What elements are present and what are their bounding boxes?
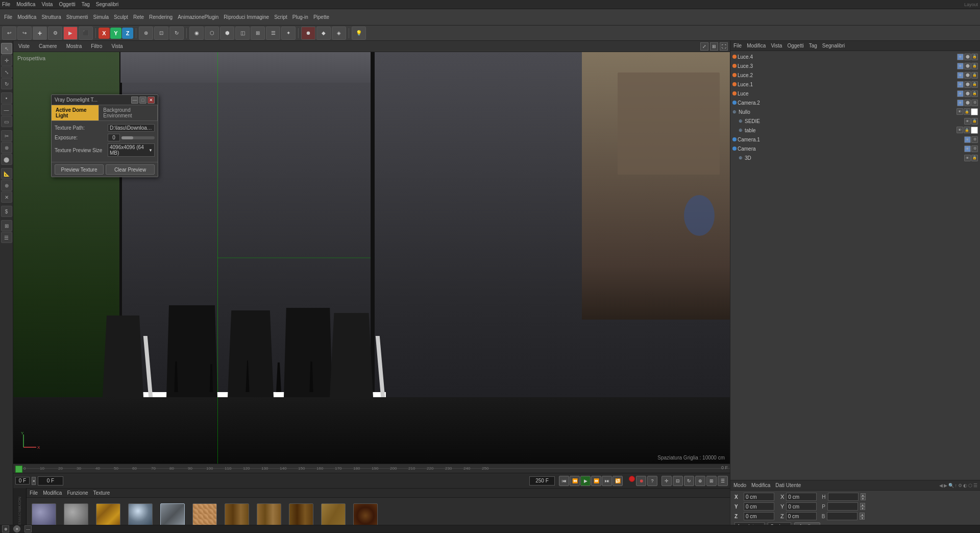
menu-modifica[interactable]: Modifica bbox=[16, 2, 35, 7]
camera2-vis-eye[interactable]: 👁 bbox=[957, 100, 964, 106]
tool-grid[interactable]: ⊞ bbox=[1, 220, 12, 231]
texture-path-value[interactable]: D:\lasu\Downloads\teatro_massimi bbox=[108, 124, 155, 132]
luce4-vis-render[interactable]: ⬤ bbox=[964, 54, 971, 60]
goto-start-button[interactable]: ⏮ bbox=[559, 476, 569, 486]
preview-texture-button[interactable]: Preview Texture bbox=[55, 164, 104, 175]
b-dn[interactable]: ▼ bbox=[860, 516, 865, 520]
x-input[interactable] bbox=[744, 493, 774, 501]
add-track-button[interactable]: ✛ bbox=[662, 476, 672, 486]
scene-item-table[interactable]: ⊕ table 👁 🔒 bbox=[730, 126, 980, 135]
scene-item-luce4[interactable]: Luce.4 👁 ⬤ 🔒 bbox=[730, 52, 980, 61]
render2-button[interactable]: ⬛ bbox=[79, 27, 93, 40]
y-rot-input[interactable] bbox=[786, 502, 817, 511]
track-button-6[interactable]: ☰ bbox=[718, 476, 728, 486]
tb-menu-pipette[interactable]: Pipette bbox=[311, 14, 331, 20]
p-input[interactable] bbox=[827, 502, 858, 511]
props-menu-dati[interactable]: Dati Utente bbox=[775, 482, 801, 488]
redo-button[interactable]: ↪ bbox=[17, 27, 32, 40]
table-vis-lock[interactable]: 🔒 bbox=[964, 127, 970, 133]
tb-menu-struttura[interactable]: Struttura bbox=[39, 14, 63, 20]
scene-item-3d[interactable]: ⊕ 3D 👁 🔒 bbox=[730, 153, 980, 162]
status-icon-2[interactable]: ✕ bbox=[13, 525, 20, 532]
props-nav-8[interactable]: ☰ bbox=[973, 483, 977, 488]
exposure-input[interactable] bbox=[108, 134, 120, 141]
tool-poly[interactable]: ▭ bbox=[1, 116, 12, 127]
tool-measure[interactable]: 📐 bbox=[1, 168, 12, 179]
dialog-close-button[interactable]: ✕ bbox=[148, 96, 155, 104]
tool-move[interactable]: ✛ bbox=[1, 55, 12, 66]
props-nav-prev[interactable]: ◀ bbox=[939, 483, 943, 488]
tb-menu-rete[interactable]: Rete bbox=[131, 14, 146, 20]
vray-tab-active-dome[interactable]: Active Dome Light bbox=[52, 105, 99, 120]
camera1-gear[interactable]: ⚙ bbox=[971, 136, 978, 143]
table-vis-eye[interactable]: 👁 bbox=[957, 127, 963, 133]
tb-menu-rendering[interactable]: Rendering bbox=[147, 14, 175, 20]
z-rot-input[interactable] bbox=[786, 512, 817, 520]
tool-point[interactable]: • bbox=[1, 92, 12, 104]
scene-item-luce3[interactable]: Luce.3 👁 ⬤ 🔒 bbox=[730, 61, 980, 70]
luce2-vis-lock[interactable]: 🔒 bbox=[971, 72, 978, 79]
timeline-ruler[interactable]: 0 10 20 30 40 50 60 70 80 90 100 110 120… bbox=[13, 464, 730, 473]
b-up[interactable]: ▲ bbox=[860, 513, 865, 516]
animate-btn[interactable]: ⏺ bbox=[301, 27, 315, 40]
animate-btn3[interactable]: ◈ bbox=[332, 27, 346, 40]
scene-item-nullo[interactable]: ⊕ Nullo 👁 🔒 bbox=[730, 107, 980, 116]
tb-menu-animazione[interactable]: AnimazionePlugin bbox=[176, 14, 220, 20]
x-button[interactable]: X bbox=[99, 28, 110, 39]
tool-f[interactable]: ☰ bbox=[266, 27, 280, 40]
tool-brush[interactable]: ⬤ bbox=[1, 154, 12, 165]
exposure-track[interactable] bbox=[121, 136, 155, 139]
luce3-vis-render[interactable]: ⬤ bbox=[964, 63, 971, 69]
tool-scale2[interactable]: ⤡ bbox=[1, 66, 12, 78]
luce3-vis-lock[interactable]: 🔒 bbox=[971, 63, 978, 69]
menu-vista-right[interactable]: Vista bbox=[771, 43, 782, 49]
move-button[interactable]: ⊕ bbox=[139, 27, 153, 40]
3d-vis-eye[interactable]: 👁 bbox=[964, 155, 971, 161]
tb-menu-plugin[interactable]: Plug-in bbox=[290, 14, 310, 20]
luce2-vis-render[interactable]: ⬤ bbox=[964, 72, 971, 79]
luce4-vis-lock[interactable]: 🔒 bbox=[971, 54, 978, 60]
tool-knife[interactable]: ✂ bbox=[1, 130, 12, 141]
texture-preview-dropdown[interactable]: 4096x4096 (64 MB) ▼ bbox=[108, 143, 155, 157]
nullo-vis-lock[interactable]: 🔒 bbox=[964, 108, 970, 115]
props-menu-modifica[interactable]: Modifica bbox=[751, 482, 770, 488]
p-up[interactable]: ▲ bbox=[860, 503, 865, 506]
nullo-material[interactable] bbox=[971, 108, 978, 115]
track-button-2[interactable]: ⊟ bbox=[673, 476, 683, 486]
vp-expand-icon[interactable]: ⤢ bbox=[700, 42, 708, 51]
tool3-button[interactable]: ⚙ bbox=[48, 27, 62, 40]
dialog-maximize-button[interactable]: □ bbox=[139, 96, 146, 104]
scene-item-camera[interactable]: Camera 👁 ⚙ bbox=[730, 144, 980, 153]
scene-item-camera2[interactable]: Camera.2 👁 ⬤ ⚙ bbox=[730, 98, 980, 107]
luce1-vis-eye[interactable]: 👁 bbox=[957, 81, 964, 88]
mat-menu-modifica[interactable]: Modifica bbox=[43, 490, 62, 496]
menu-tag[interactable]: Tag bbox=[82, 2, 90, 7]
current-frame-display[interactable]: 0 F bbox=[15, 477, 30, 484]
tb-menu-sculpt[interactable]: Sculpt bbox=[112, 14, 130, 20]
scene-item-camera1[interactable]: Camera.1 👁 ⚙ bbox=[730, 135, 980, 144]
status-icon-1[interactable]: ⊕ bbox=[2, 525, 9, 532]
scale-button[interactable]: ⊡ bbox=[154, 27, 168, 40]
props-nav-6[interactable]: ◐ bbox=[963, 483, 967, 488]
mat-menu-texture[interactable]: Texture bbox=[93, 490, 110, 496]
tb-menu-strumenti[interactable]: Strumenti bbox=[64, 14, 90, 20]
status-icon-3[interactable]: — bbox=[24, 525, 32, 532]
h-up[interactable]: ▲ bbox=[861, 493, 866, 497]
nullo-vis-eye[interactable]: 👁 bbox=[957, 108, 963, 115]
x-rot-input[interactable] bbox=[786, 493, 817, 501]
scene-item-luce1[interactable]: Luce.1 👁 ⬤ 🔒 bbox=[730, 80, 980, 89]
tb-menu-script[interactable]: Script bbox=[272, 14, 289, 20]
tb-menu-file[interactable]: File bbox=[2, 14, 14, 20]
next-frame-button[interactable]: ⏩ bbox=[591, 476, 601, 486]
menu-tag-right[interactable]: Tag bbox=[809, 43, 817, 49]
add-button[interactable]: + bbox=[33, 27, 47, 40]
scene-item-luce2[interactable]: Luce.2 👁 ⬤ 🔒 bbox=[730, 70, 980, 80]
tool-g[interactable]: ✦ bbox=[281, 27, 296, 40]
vp-full-icon[interactable]: ⛶ bbox=[720, 42, 728, 51]
tool-doll[interactable]: $ bbox=[1, 206, 12, 217]
tool-c[interactable]: ⬢ bbox=[220, 27, 234, 40]
luce2-vis-eye[interactable]: 👁 bbox=[957, 72, 964, 79]
camera2-vis-render[interactable]: ⬤ bbox=[964, 100, 971, 106]
menu-oggetti[interactable]: Oggetti bbox=[59, 2, 75, 7]
tab-vista[interactable]: Vista bbox=[108, 42, 126, 50]
